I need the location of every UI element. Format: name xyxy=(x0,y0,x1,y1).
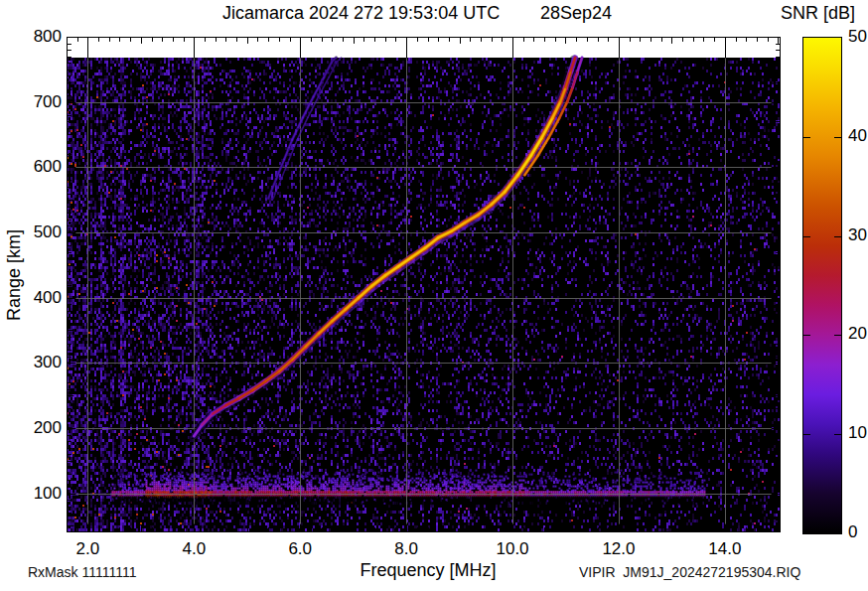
colorbar-tick xyxy=(803,335,810,336)
x-tick-label: 4.0 xyxy=(182,540,206,558)
colorbar-tick-label: 10 xyxy=(848,424,867,442)
x-tick-label: 8.0 xyxy=(394,540,418,558)
plot-title: Jicamarca 2024 272 19:53:04 UTC xyxy=(222,3,500,24)
colorbar xyxy=(802,37,842,534)
colorbar-tick-label: 40 xyxy=(848,127,867,145)
x-axis-label: Frequency [MHz] xyxy=(360,560,496,581)
ionogram-screen: Jicamarca 2024 272 19:53:04 UTC 28Sep24 … xyxy=(0,0,868,591)
y-tick-label: 700 xyxy=(0,93,62,111)
colorbar-tick-label: 30 xyxy=(848,226,867,244)
colorbar-title: SNR [dB] xyxy=(781,3,855,24)
colorbar-tick xyxy=(803,236,810,237)
x-tick-label: 2.0 xyxy=(76,540,100,558)
y-tick-label: 500 xyxy=(0,223,62,241)
y-tick-label: 200 xyxy=(0,419,62,437)
y-axis-label: Range [km] xyxy=(4,229,25,321)
source-file-text: VIPIR JM91J_2024272195304.RIQ xyxy=(579,564,800,580)
x-tick-label: 6.0 xyxy=(288,540,312,558)
colorbar-tick-label: 20 xyxy=(848,325,867,343)
x-tick-label: 10.0 xyxy=(496,540,528,558)
plot-date: 28Sep24 xyxy=(540,3,612,24)
colorbar-tick xyxy=(803,137,810,138)
colorbar-tick-label: 0 xyxy=(848,523,857,541)
ionogram-canvas xyxy=(67,37,781,532)
colorbar-tick xyxy=(834,137,841,138)
colorbar-tick xyxy=(834,335,841,336)
colorbar-tick xyxy=(834,434,841,435)
colorbar-tick-label: 50 xyxy=(848,28,867,46)
colorbar-tick xyxy=(803,434,810,435)
y-tick-label: 600 xyxy=(0,158,62,176)
plot-area xyxy=(67,37,781,532)
colorbar-tick xyxy=(834,236,841,237)
y-tick-label: 800 xyxy=(0,28,62,46)
y-tick-label: 100 xyxy=(0,485,62,503)
x-tick-label: 14.0 xyxy=(708,540,741,558)
y-tick-label: 400 xyxy=(0,289,62,307)
x-tick-label: 12.0 xyxy=(602,540,635,558)
y-tick-label: 300 xyxy=(0,354,62,371)
rx-mask-text: RxMask 11111111 xyxy=(28,564,136,580)
